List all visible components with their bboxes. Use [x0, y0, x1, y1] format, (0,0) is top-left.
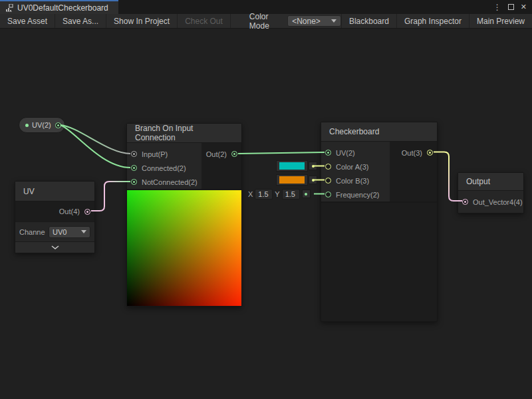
node-body: UV(2) Color A(3) Color B(3) Frequency(2)	[321, 142, 437, 201]
outputs-section: Out(3)	[390, 142, 437, 201]
node-title[interactable]: Branch On Input Connection	[127, 124, 241, 143]
color-b-widget	[276, 174, 317, 186]
port-branch-out[interactable]	[231, 151, 237, 157]
port-row-out4: Out(4)	[15, 201, 94, 221]
port-label: Color B(3)	[336, 177, 369, 185]
color-a-swatch	[279, 162, 305, 170]
port-notconnected[interactable]	[131, 179, 137, 185]
save-asset-button[interactable]: Save Asset	[0, 14, 55, 28]
inputs-section: Input(P) Connected(2) NotConnected(2)	[127, 143, 201, 189]
port-label: Out(2)	[206, 150, 227, 158]
node-title[interactable]: UV	[15, 182, 94, 201]
save-as-button[interactable]: Save As...	[55, 14, 106, 28]
tab-uv0defaultcheckerboard[interactable]: UV0DefaultCheckerboard	[0, 0, 118, 14]
port-row-input: Input(P)	[127, 147, 201, 161]
port-row-out-vector4: Out_Vector4(4)	[458, 191, 523, 213]
color-a-widget	[276, 160, 317, 172]
pill-dot-icon	[25, 124, 29, 127]
port-label: Frequency(2)	[336, 191, 379, 199]
port-label: Out(4)	[59, 207, 80, 215]
color-mode-value: <None>	[292, 17, 321, 26]
inputs-section: UV(2) Color A(3) Color B(3) Frequency(2)	[321, 142, 390, 201]
channel-dropdown[interactable]: UV0	[49, 226, 90, 238]
window-menu-icon[interactable]: ⋮	[493, 3, 501, 12]
channel-control-row: Channe UV0	[15, 221, 94, 241]
color-a-connector	[309, 162, 317, 170]
port-label: Color A(3)	[336, 163, 369, 171]
port-label: Input(P)	[142, 150, 168, 158]
preview-expander[interactable]	[15, 241, 94, 253]
edge-uv2-to-connected[interactable]	[61, 125, 130, 168]
check-out-button: Check Out	[178, 14, 231, 28]
edge-uv2-to-input[interactable]	[61, 125, 130, 154]
close-icon[interactable]: ✕	[521, 3, 527, 11]
connector-dot-icon	[305, 193, 307, 196]
chevron-down-icon	[51, 245, 59, 249]
port-checker-out[interactable]	[427, 150, 433, 156]
color-b-swatch	[279, 176, 305, 184]
node-uv2-pill[interactable]: UV(2)	[19, 117, 65, 133]
x-label: X	[248, 190, 253, 198]
blackboard-toggle-button[interactable]: Blackboard	[341, 14, 396, 28]
color-b-connector	[309, 176, 317, 184]
port-label: Out(3)	[402, 149, 422, 157]
port-row-connected: Connected(2)	[127, 161, 201, 175]
outputs-section: Out(2)	[201, 143, 241, 189]
shader-graph-icon	[5, 4, 13, 12]
checkerboard-pattern-inner	[321, 203, 437, 321]
port-checker-uv[interactable]	[325, 150, 331, 156]
port-row-color-a: Color A(3)	[321, 160, 390, 174]
node-body: Input(P) Connected(2) NotConnected(2) Ou…	[127, 143, 241, 189]
connector-dot-icon	[312, 165, 315, 168]
show-in-project-button[interactable]: Show In Project	[106, 14, 178, 28]
port-uv2-pill-out[interactable]	[55, 122, 61, 128]
uv-gradient-preview	[127, 190, 241, 306]
port-row-color-b: Color B(3)	[321, 174, 390, 188]
port-frequency[interactable]	[325, 192, 331, 198]
port-color-a[interactable]	[325, 164, 331, 170]
node-branch-on-input-connection[interactable]: Branch On Input Connection Input(P) Conn…	[126, 123, 242, 307]
port-uv-out4[interactable]	[84, 209, 90, 215]
channel-value: UV0	[53, 228, 66, 236]
window-controls: ⋮ ✕	[493, 0, 532, 14]
graph-toolbar: Save Asset Save As... Show In Project Ch…	[0, 14, 532, 29]
connector-dot-icon	[312, 179, 315, 182]
frequency-y-field[interactable]: 1.5	[282, 189, 300, 200]
color-b-picker[interactable]	[276, 174, 308, 186]
port-label: Out_Vector4(4)	[473, 198, 523, 206]
node-uv[interactable]: UV Out(4) Channe UV0	[15, 181, 95, 253]
maximize-icon[interactable]	[508, 4, 514, 10]
graph-inspector-toggle-button[interactable]: Graph Inspector	[396, 14, 469, 28]
y-label: Y	[275, 190, 279, 198]
frequency-connector	[302, 190, 311, 198]
chevron-down-icon	[81, 230, 86, 233]
frequency-widget: X 1.5 Y 1.5	[248, 188, 311, 200]
port-label: UV(2)	[336, 149, 355, 157]
checkerboard-pattern	[321, 203, 437, 321]
frequency-x-field[interactable]: 1.5	[255, 189, 273, 200]
node-checkerboard[interactable]: Checkerboard UV(2) Color A(3) Color B(3)	[321, 122, 438, 322]
channel-label: Channe	[19, 228, 49, 236]
branch-preview	[127, 189, 241, 306]
edge-uvout4-to-notconnected[interactable]	[91, 182, 130, 211]
color-a-picker[interactable]	[276, 160, 308, 172]
port-color-b[interactable]	[325, 178, 331, 184]
pill-label: UV(2)	[32, 121, 51, 129]
shader-graph-window: UV0DefaultCheckerboard ⋮ ✕ Save Asset Sa…	[0, 0, 532, 399]
port-row-frequency: Frequency(2)	[321, 188, 390, 201]
chevron-down-icon	[331, 19, 336, 23]
port-row-uv: UV(2)	[321, 146, 390, 160]
port-row-out2: Out(2)	[201, 147, 241, 161]
main-preview-toggle-button[interactable]: Main Preview	[469, 14, 532, 28]
port-out-vector4[interactable]	[462, 199, 468, 205]
node-output[interactable]: Output Out_Vector4(4)	[458, 172, 524, 213]
port-label: Connected(2)	[142, 164, 186, 172]
node-title[interactable]: Checkerboard	[321, 122, 437, 142]
node-title[interactable]: Output	[458, 173, 523, 191]
checkerboard-preview	[321, 201, 437, 321]
edge-branchout-to-checker-uv[interactable]	[238, 152, 325, 154]
port-connected[interactable]	[131, 165, 137, 171]
port-input-p[interactable]	[131, 151, 137, 157]
color-mode-dropdown[interactable]: <None>	[287, 15, 341, 27]
color-mode-label: Color Mode	[231, 12, 287, 31]
